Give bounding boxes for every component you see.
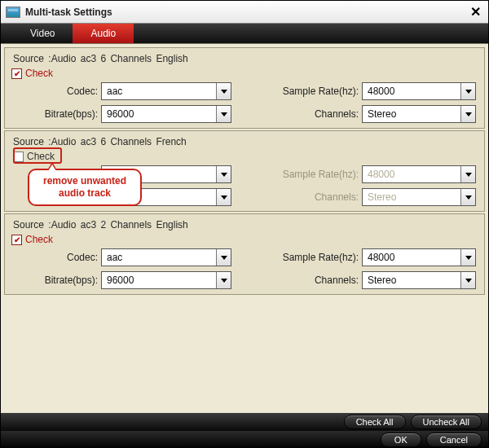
app-icon xyxy=(6,7,20,18)
chevron-down-icon xyxy=(216,106,231,122)
samplerate-label: Sample Rate(hz): xyxy=(264,252,362,263)
source-label: Source :Audio ac3 2 Channels English xyxy=(11,217,478,234)
channels-label: Channels: xyxy=(264,108,362,120)
chevron-down-icon xyxy=(460,106,475,122)
chevron-down-icon xyxy=(216,166,231,182)
chevron-down-icon xyxy=(216,272,231,288)
samplerate-select[interactable]: 48000 xyxy=(362,248,476,266)
samplerate-label: Sample Rate(hz): xyxy=(264,169,362,180)
tab-bar: Video Audio xyxy=(1,24,488,43)
audio-track-panel: Source :Audio ac3 6 Channels French Chec… xyxy=(4,130,485,212)
bitrate-label: Bitrate(bps): xyxy=(11,108,101,120)
channels-label: Channels: xyxy=(264,275,362,286)
channels-select[interactable]: Stereo xyxy=(362,188,476,206)
tab-video[interactable]: Video xyxy=(12,24,73,43)
channels-label: Channels: xyxy=(264,191,362,203)
codec-select[interactable]: aac xyxy=(101,248,231,266)
bitrate-select[interactable]: 96000 xyxy=(101,105,231,123)
chevron-down-icon xyxy=(216,249,231,266)
bitrate-select[interactable] xyxy=(101,188,231,206)
window-title: Multi-task Settings xyxy=(25,7,112,18)
source-label: Source :Audio ac3 6 Channels French xyxy=(11,134,478,151)
check-label: Check xyxy=(25,234,53,245)
codec-label: Codec: xyxy=(11,252,101,263)
chevron-down-icon xyxy=(460,166,475,182)
footer-ok-bar: OK Cancel xyxy=(1,431,488,448)
channels-select[interactable]: Stereo xyxy=(362,105,476,123)
chevron-down-icon xyxy=(460,272,475,288)
bitrate-label: Bitrate(bps): xyxy=(11,275,101,286)
audio-track-panel: Source :Audio ac3 2 Channels English ✔ C… xyxy=(4,213,485,295)
source-label: Source :Audio ac3 6 Channels English xyxy=(11,51,478,68)
check-checkbox[interactable]: ✔ xyxy=(11,68,22,79)
chevron-down-icon xyxy=(460,189,475,205)
check-label: Check xyxy=(27,151,55,162)
channels-select[interactable]: Stereo xyxy=(362,271,476,289)
uncheck-all-button[interactable]: Uncheck All xyxy=(411,415,482,429)
bitrate-select[interactable]: 96000 xyxy=(101,271,231,289)
cancel-button[interactable]: Cancel xyxy=(426,433,482,447)
chevron-down-icon xyxy=(460,83,475,99)
check-checkbox[interactable] xyxy=(13,152,24,162)
samplerate-label: Sample Rate(hz): xyxy=(264,86,362,97)
codec-label: Codec: xyxy=(11,86,101,97)
check-label: Check xyxy=(25,68,53,79)
ok-button[interactable]: OK xyxy=(381,433,421,447)
samplerate-select[interactable]: 48000 xyxy=(362,165,476,183)
codec-select[interactable]: aac xyxy=(101,82,231,100)
samplerate-select[interactable]: 48000 xyxy=(362,82,476,100)
codec-select[interactable] xyxy=(101,165,231,183)
chevron-down-icon xyxy=(216,83,231,99)
audio-track-panel: Source :Audio ac3 6 Channels English ✔ C… xyxy=(4,47,485,129)
check-checkbox[interactable]: ✔ xyxy=(11,235,22,245)
content-area: Source :Audio ac3 6 Channels English ✔ C… xyxy=(1,43,488,413)
chevron-down-icon xyxy=(216,189,231,205)
chevron-down-icon xyxy=(460,249,475,266)
titlebar: Multi-task Settings ✕ xyxy=(1,1,488,24)
footer-check-bar: Check All Uncheck All xyxy=(1,413,488,431)
close-icon[interactable]: ✕ xyxy=(467,4,483,20)
check-all-button[interactable]: Check All xyxy=(344,415,406,429)
tab-audio[interactable]: Audio xyxy=(73,24,134,43)
